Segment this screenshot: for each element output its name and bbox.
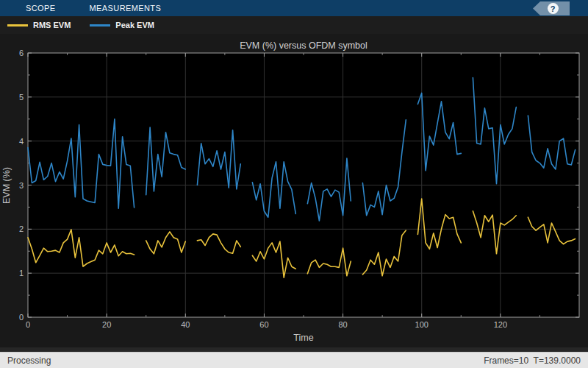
x-tick-label: 120 — [494, 320, 507, 329]
x-tick-label: 60 — [259, 320, 268, 329]
x-tick-label: 80 — [338, 320, 347, 329]
y-tick-label: 6 — [19, 49, 24, 57]
peak-evm-line-swatch — [90, 24, 110, 26]
y-tick-label: 0 — [19, 313, 24, 322]
status-bar: Processing Frames=10 T=139.0000 — [0, 352, 588, 368]
legend-label: RMS EVM — [33, 21, 71, 29]
y-tick-label: 1 — [19, 269, 24, 277]
legend-item-peak-evm[interactable]: Peak EVM — [90, 21, 154, 29]
help-label: ? — [551, 4, 556, 13]
x-axis-label: Time — [293, 333, 313, 343]
x-tick-label: 20 — [102, 320, 111, 329]
evm-chart: 0204060801001200123456 EVM (%) versus OF… — [0, 34, 588, 347]
tab-scope[interactable]: SCOPE — [26, 4, 56, 13]
scope-window: SCOPE MEASUREMENTS ? RMS EVM Peak EVM 02… — [0, 0, 588, 368]
legend-item-rms-evm[interactable]: RMS EVM — [7, 21, 71, 29]
y-tick-label: 4 — [19, 137, 24, 146]
help-button[interactable]: ? — [533, 1, 570, 15]
status-message: Processing — [7, 355, 51, 366]
x-tick-label: 0 — [26, 320, 30, 329]
legend-label: Peak EVM — [115, 21, 154, 29]
rms-evm-line-swatch — [7, 24, 28, 26]
frames-time-readout: Frames=10 T=139.0000 — [484, 355, 581, 366]
y-tick-label: 2 — [19, 224, 24, 233]
x-tick-label: 100 — [415, 320, 429, 329]
chart-title: EVM (%) versus OFDM symbol — [240, 40, 368, 51]
question-mark-icon: ? — [548, 3, 559, 14]
toolstrip: SCOPE MEASUREMENTS ? — [0, 0, 588, 16]
y-axis-label: EVM (%) — [1, 167, 12, 204]
tab-measurements[interactable]: MEASUREMENTS — [90, 4, 162, 13]
chart-figure: 0204060801001200123456 EVM (%) versus OF… — [0, 34, 588, 347]
x-tick-label: 40 — [181, 320, 190, 329]
legend-bar: RMS EVM Peak EVM — [0, 16, 588, 34]
y-tick-label: 5 — [19, 93, 24, 102]
y-tick-label: 3 — [19, 181, 24, 190]
